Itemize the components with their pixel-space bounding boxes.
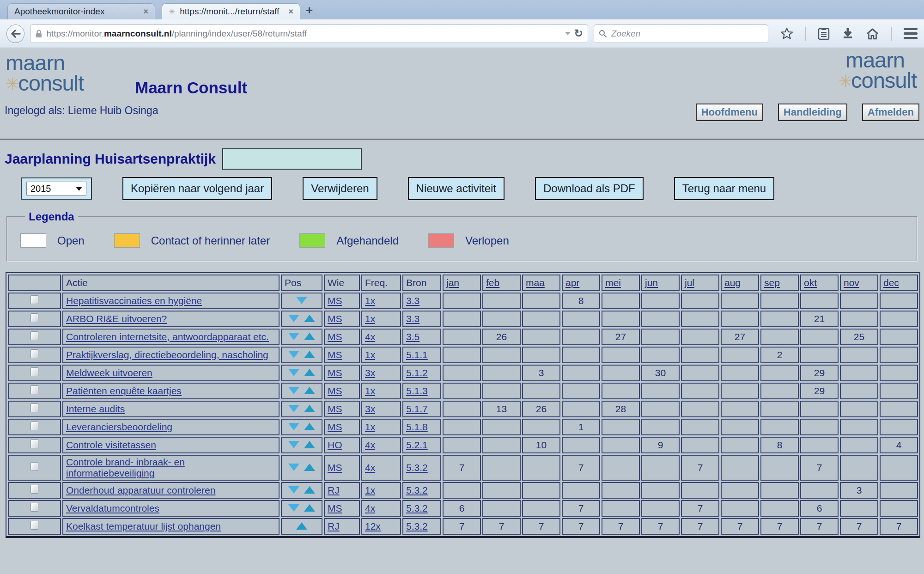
freq-link[interactable]: 1x	[365, 421, 375, 432]
wie-link[interactable]: MS	[328, 403, 342, 414]
month-header-dec[interactable]: dec	[880, 275, 918, 291]
month-header-jul[interactable]: jul	[681, 275, 719, 291]
freq-link[interactable]: 1x	[365, 349, 375, 360]
freq-link[interactable]: 12x	[365, 521, 381, 531]
row-checkbox[interactable]	[30, 485, 38, 494]
move-up-icon[interactable]	[304, 315, 315, 322]
wie-link[interactable]: MS	[328, 503, 342, 513]
actie-link[interactable]: Leveranciersbeoordeling	[66, 421, 172, 432]
wie-link[interactable]: MS	[328, 331, 342, 342]
bron-link[interactable]: 5.1.2	[406, 367, 428, 378]
cell-okt[interactable]: 7	[800, 518, 839, 535]
move-up-icon[interactable]	[304, 369, 315, 376]
cell-feb[interactable]: 26	[482, 329, 521, 345]
move-up-icon[interactable]	[304, 486, 315, 494]
search-box[interactable]: Zoeken	[594, 24, 768, 43]
cell-okt[interactable]: 29	[800, 365, 839, 381]
bron-link[interactable]: 5.1.3	[406, 385, 428, 396]
move-up-icon[interactable]	[304, 464, 315, 471]
wie-link[interactable]: MS	[328, 295, 342, 306]
tab-apotheekmonitor[interactable]: Apotheekmonitor-index ×	[7, 3, 155, 19]
menu-icon[interactable]	[904, 28, 918, 39]
move-down-icon[interactable]	[288, 333, 299, 340]
cell-apr[interactable]: 8	[562, 293, 600, 309]
cell-okt[interactable]: 7	[800, 455, 839, 481]
cell-aug[interactable]: 27	[721, 329, 759, 345]
delete-button[interactable]: Verwijderen	[303, 177, 377, 200]
actie-link[interactable]: Praktijkverslag, directiebeoordeling, na…	[66, 349, 268, 360]
actie-link[interactable]: Controle brand- inbraak- en informatiebe…	[66, 457, 185, 478]
bron-link[interactable]: 5.1.7	[406, 403, 428, 414]
cell-dec[interactable]: 4	[880, 437, 918, 453]
bron-link[interactable]: 5.1.8	[406, 421, 428, 432]
actie-link[interactable]: Hepatitisvaccinaties en hygiëne	[66, 295, 202, 306]
actie-link[interactable]: Onderhoud apparatuur controleren	[66, 485, 215, 495]
cell-apr[interactable]: 7	[562, 455, 600, 481]
actie-link[interactable]: ARBO RI&E uitvoeren?	[66, 313, 167, 324]
freq-link[interactable]: 1x	[365, 385, 375, 396]
wie-link[interactable]: MS	[328, 421, 342, 432]
move-down-icon[interactable]	[288, 387, 299, 394]
move-down-icon[interactable]	[288, 351, 299, 358]
year-select[interactable]: 2015	[21, 177, 92, 200]
bron-link[interactable]: 5.2.1	[406, 440, 428, 450]
actie-link[interactable]: Controleren internetsite, antwoordappara…	[66, 331, 269, 342]
hoofdmenu-button[interactable]: Hoofdmenu	[696, 104, 763, 121]
actie-link[interactable]: Vervaldatumcontroles	[66, 503, 159, 513]
move-up-icon[interactable]	[304, 387, 315, 394]
row-checkbox[interactable]	[30, 403, 38, 412]
cell-apr[interactable]: 7	[562, 518, 600, 535]
url-bar[interactable]: https://monitor.maarnconsult.nl/planning…	[30, 24, 588, 43]
month-header-mei[interactable]: mei	[602, 275, 640, 291]
freq-link[interactable]: 4x	[365, 462, 375, 473]
freq-link[interactable]: 1x	[365, 295, 375, 306]
bron-link[interactable]: 5.3.2	[406, 485, 428, 495]
month-header-jan[interactable]: jan	[443, 275, 481, 291]
download-pdf-button[interactable]: Download als PDF	[535, 177, 644, 200]
copy-next-year-button[interactable]: Kopiëren naar volgend jaar	[122, 177, 272, 200]
month-header-apr[interactable]: apr	[562, 275, 600, 291]
bron-link[interactable]: 5.3.2	[406, 462, 428, 473]
bookmarks-list-icon[interactable]	[818, 27, 830, 40]
tab-close-icon[interactable]: ×	[143, 7, 148, 17]
freq-link[interactable]: 4x	[365, 331, 375, 342]
bron-link[interactable]: 3.3	[406, 313, 419, 324]
row-checkbox[interactable]	[30, 440, 38, 448]
cell-maa[interactable]: 3	[522, 365, 560, 381]
move-up-icon[interactable]	[304, 423, 315, 430]
move-up-icon[interactable]	[304, 441, 315, 448]
actie-link[interactable]: Koelkast temperatuur lijst ophangen	[66, 521, 221, 531]
actie-link[interactable]: Patiënten enquête kaartjes	[66, 385, 182, 396]
row-checkbox[interactable]	[30, 503, 38, 512]
url-dropdown-icon[interactable]	[565, 32, 571, 35]
row-checkbox[interactable]	[30, 521, 38, 530]
wie-link[interactable]: MS	[328, 313, 342, 324]
move-down-icon[interactable]	[288, 315, 299, 322]
cell-jun[interactable]: 30	[641, 365, 680, 381]
row-checkbox[interactable]	[30, 349, 38, 358]
wie-link[interactable]: RJ	[328, 485, 340, 495]
wie-link[interactable]: RJ	[328, 521, 340, 531]
new-activity-button[interactable]: Nieuwe activiteit	[408, 177, 505, 200]
wie-link[interactable]: MS	[328, 385, 342, 396]
month-header-sep[interactable]: sep	[760, 275, 799, 291]
tab-planning-active[interactable]: ✳ https://monit.../return/staff ×	[162, 3, 300, 19]
downloads-icon[interactable]	[842, 27, 854, 40]
month-header-jun[interactable]: jun	[641, 275, 680, 291]
home-icon[interactable]	[866, 28, 879, 40]
move-up-icon[interactable]	[304, 351, 315, 358]
move-down-icon[interactable]	[288, 423, 299, 430]
move-down-icon[interactable]	[296, 297, 307, 304]
cell-feb[interactable]: 7	[482, 518, 521, 535]
bron-link[interactable]: 3.5	[406, 331, 419, 342]
tab-close-icon[interactable]: ×	[288, 7, 293, 17]
cell-jan[interactable]: 7	[443, 518, 481, 535]
cell-okt[interactable]: 29	[800, 383, 839, 399]
planning-search-input[interactable]	[222, 148, 362, 170]
new-tab-button[interactable]: +	[306, 3, 313, 18]
month-header-nov[interactable]: nov	[840, 275, 878, 291]
afmelden-button[interactable]: Afmelden	[862, 104, 919, 121]
cell-jun[interactable]: 7	[641, 518, 680, 535]
cell-okt[interactable]: 21	[800, 311, 839, 327]
month-header-aug[interactable]: aug	[721, 275, 759, 291]
